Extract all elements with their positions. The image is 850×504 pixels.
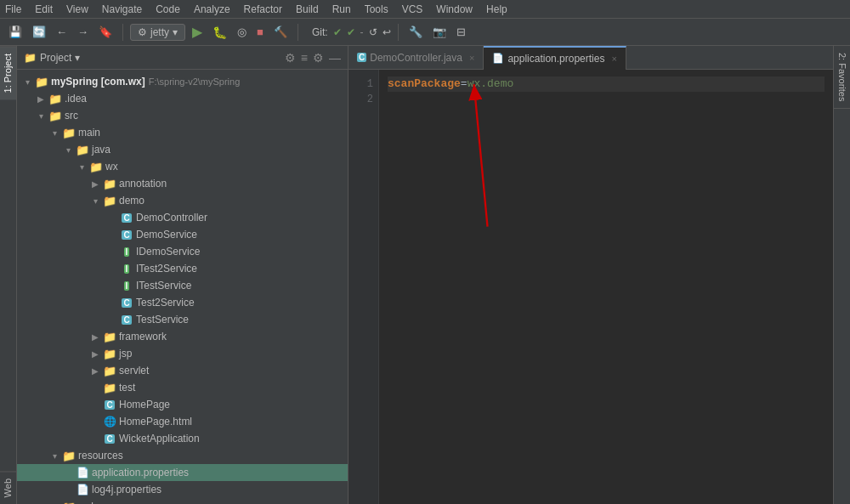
tab-appprops-close[interactable]: × [611, 54, 616, 64]
tree-item-jsp[interactable]: ▶ 📁 jsp [17, 345, 348, 362]
tab-java-icon: C [357, 53, 366, 62]
save-button[interactable]: 💾 [5, 24, 26, 40]
tree-item-resources[interactable]: ▾ 📁 resources [17, 447, 348, 464]
folder-annotation-icon: 📁 [102, 178, 117, 190]
tree-label-log4j-props: log4j.properties [92, 484, 162, 496]
menu-file[interactable]: File [3, 3, 23, 15]
code-area[interactable]: scanPackage = wx.demo [379, 70, 833, 504]
tab-bar: C DemoController.java × 📄 application.pr… [348, 46, 833, 70]
tree-item-src[interactable]: ▾ 📁 src [17, 107, 348, 124]
tree-item-java[interactable]: ▾ 📁 java [17, 141, 348, 158]
right-tab-favorites[interactable]: 2: Favorites [834, 46, 850, 109]
tree-item-homepage-html[interactable]: ▶ 🌐 HomePage.html [17, 413, 348, 430]
gear-small-icon[interactable]: ⚙ [285, 51, 296, 65]
arrow-java: ▾ [61, 145, 75, 155]
git-revert-icon[interactable]: ↩ [382, 26, 391, 38]
tree-view-icon[interactable]: ≡ [301, 51, 308, 65]
menu-tools[interactable]: Tools [363, 3, 390, 15]
line-numbers: 1 2 [348, 70, 379, 504]
iface-itestservice-icon: I [119, 280, 134, 292]
tree-item-demo[interactable]: ▾ 📁 demo [17, 192, 348, 209]
wrench-button[interactable]: 🔧 [405, 24, 426, 40]
arrow-src: ▾ [34, 111, 48, 121]
file-tree: ▾ 📁 mySpring [com.wx] F:\spring-v2\mySpr… [17, 70, 348, 504]
tree-label-homepage: HomePage [119, 399, 170, 411]
tree-label-app-props: application.properties [92, 467, 189, 479]
tree-item-log4j-props[interactable]: ▶ 📄 log4j.properties [17, 481, 348, 498]
git-check2-icon[interactable]: ✔ [347, 26, 355, 38]
tab-democontroller[interactable]: C DemoController.java × [348, 46, 484, 70]
camera-button[interactable]: 📷 [429, 24, 450, 40]
menu-help[interactable]: Help [484, 3, 509, 15]
git-clock-icon[interactable]: ↺ [369, 26, 377, 38]
tree-label-demoservice: DemoService [136, 229, 197, 241]
menu-build[interactable]: Build [294, 3, 320, 15]
menu-run[interactable]: Run [331, 3, 353, 15]
debug-button[interactable]: 🐛 [209, 24, 230, 41]
tree-item-itest2service[interactable]: ▶ I ITest2Service [17, 260, 348, 277]
right-tabs: 2: Favorites [833, 46, 850, 504]
coverage-button[interactable]: ◎ [234, 24, 250, 40]
sidebar-tab-project[interactable]: 1: Project [0, 46, 16, 99]
settings-icon[interactable]: ⚙ [313, 51, 324, 65]
tab-democontroller-close[interactable]: × [469, 53, 474, 63]
tree-item-webapp[interactable]: ▶ 📁 webapp [17, 498, 348, 504]
menu-analyze[interactable]: Analyze [192, 3, 232, 15]
git-label: Git: [312, 26, 328, 38]
git-check-icon[interactable]: ✔ [333, 26, 342, 38]
iface-itest2service-icon: I [119, 263, 134, 275]
tree-item-servlet[interactable]: ▶ 📁 servlet [17, 362, 348, 379]
folder-main-icon: 📁 [61, 127, 76, 139]
iface-idemoservice-icon: I [119, 246, 134, 258]
tree-label-myspring: mySpring [com.wx] [51, 76, 145, 88]
menu-navigate[interactable]: Navigate [100, 3, 144, 15]
bookmark-button[interactable]: 🔖 [95, 24, 116, 40]
minimize-icon[interactable]: — [329, 51, 341, 65]
tab-appprops[interactable]: 📄 application.properties × [484, 46, 626, 70]
sync-button[interactable]: 🔄 [29, 24, 49, 40]
project-panel-header: 📁 Project ▾ ⚙ ≡ ⚙ — [17, 46, 348, 70]
tree-label-resources: resources [78, 450, 123, 462]
build-button[interactable]: 🔨 [270, 24, 291, 40]
tree-item-test-plain[interactable]: ▶ 📁 test [17, 379, 348, 396]
back-button[interactable]: ← [53, 24, 71, 40]
forward-button[interactable]: → [74, 24, 92, 40]
line-num-2: 2 [348, 92, 373, 107]
class-homepage-icon: C [102, 399, 117, 411]
tree-item-framework[interactable]: ▶ 📁 framework [17, 328, 348, 345]
tree-item-demoservice[interactable]: ▶ C DemoService [17, 226, 348, 243]
tree-item-app-props[interactable]: ▶ 📄 application.properties [17, 464, 348, 481]
tree-label-homepage-html: HomePage.html [119, 416, 192, 428]
line-num-1: 1 [348, 76, 373, 92]
tree-label-annotation: annotation [119, 178, 167, 190]
tree-item-idea[interactable]: ▶ 📁 .idea [17, 90, 348, 107]
tree-item-democontroller[interactable]: ▶ C DemoController [17, 209, 348, 226]
tree-item-myspring[interactable]: ▾ 📁 mySpring [com.wx] F:\spring-v2\mySpr… [17, 73, 348, 90]
run-button[interactable]: ▶ [189, 22, 206, 42]
tree-item-itestservice[interactable]: ▶ I ITestService [17, 277, 348, 294]
project-header-actions: ⚙ ≡ ⚙ — [285, 51, 341, 65]
tree-item-annotation[interactable]: ▶ 📁 annotation [17, 175, 348, 192]
tree-label-jsp: jsp [119, 348, 132, 360]
tree-item-main[interactable]: ▾ 📁 main [17, 124, 348, 141]
tree-item-homepage[interactable]: ▶ C HomePage [17, 396, 348, 413]
tree-path-myspring: F:\spring-v2\mySpring [149, 76, 241, 87]
tree-item-idemoservice[interactable]: ▶ I IDemoService [17, 243, 348, 260]
code-equals: = [461, 76, 468, 92]
run-config-button[interactable]: ⚙ jetty ▾ [130, 24, 185, 41]
menu-code[interactable]: Code [154, 3, 182, 15]
sidebar-tab-web[interactable]: Web [0, 471, 16, 504]
menu-window[interactable]: Window [434, 3, 474, 15]
menu-refactor[interactable]: Refactor [242, 3, 284, 15]
menu-edit[interactable]: Edit [33, 3, 54, 15]
menu-view[interactable]: View [65, 3, 90, 15]
menu-vcs[interactable]: VCS [400, 3, 425, 15]
tree-item-wicketapp[interactable]: ▶ C WicketApplication [17, 430, 348, 447]
tree-label-idea: .idea [65, 93, 87, 105]
code-line-1: scanPackage = wx.demo [388, 76, 824, 92]
layout-button[interactable]: ⊟ [453, 24, 469, 40]
tree-item-testservice[interactable]: ▶ C TestService [17, 311, 348, 328]
tree-item-test2service[interactable]: ▶ C Test2Service [17, 294, 348, 311]
tree-item-wx[interactable]: ▾ 📁 wx [17, 158, 348, 175]
stop-button[interactable]: ■ [253, 24, 267, 40]
